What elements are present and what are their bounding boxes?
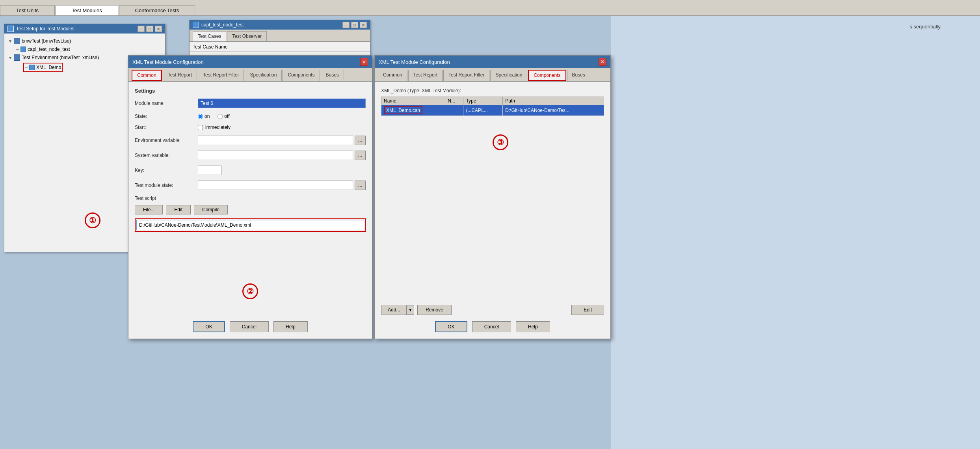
state-on-radio[interactable] [198, 114, 203, 119]
immediately-checkbox[interactable] [198, 125, 203, 130]
capl-close-btn[interactable]: ✕ [360, 22, 367, 28]
test-module-state-browse-btn[interactable]: … [355, 181, 366, 190]
key-input[interactable] [198, 166, 221, 175]
test-module-state-label: Test module state: [135, 183, 198, 188]
env-var-input[interactable] [198, 136, 353, 145]
tab-test-observer[interactable]: Test Observer [227, 31, 267, 41]
xml-right-tab-strip: Common Test Report Test Report Filter Sp… [375, 68, 610, 82]
tab-test-units[interactable]: Test Units [0, 5, 55, 15]
xml-right-close-btn[interactable]: ✕ [599, 58, 606, 66]
state-off-label[interactable]: off [218, 114, 229, 119]
capl-minimize-btn[interactable]: ─ [342, 22, 350, 28]
table-row[interactable]: XML_Demo.can (...CAPL... D:\GitHub\CANoe… [381, 105, 604, 116]
file-button[interactable]: File... [135, 205, 163, 214]
tab-test-modules[interactable]: Test Modules [56, 5, 118, 15]
right-dialog-add-section: Add... ▼ Remove [381, 305, 604, 315]
ok-button-right[interactable]: OK [435, 321, 467, 332]
tab-conformance-tests[interactable]: Conformance Tests [119, 5, 195, 15]
module-name-input[interactable] [198, 99, 366, 108]
xml-left-tab-strip: Common Test Report Test Report Filter Sp… [128, 68, 372, 82]
state-radio-group: on off [198, 114, 229, 119]
help-button-right[interactable]: Help [516, 321, 550, 332]
settings-section-title: Settings [135, 88, 366, 94]
cell-path: D:\GitHub\CANoe-Demo\Tes... [503, 105, 604, 116]
capl-title-bar: capl_test_node_test ─ □ ✕ [190, 20, 370, 30]
xml-left-close-btn[interactable]: ✕ [360, 58, 368, 66]
state-row: State: on off [135, 114, 366, 119]
add-arrow-btn[interactable]: ▼ [407, 306, 414, 315]
xml-demo-box: ─ XML_Demo [23, 63, 63, 72]
edit-button[interactable]: Edit [166, 205, 191, 214]
tab-test-report-filter-right[interactable]: Test Report Filter [443, 70, 489, 81]
env-var-browse-btn[interactable]: … [355, 136, 366, 145]
xml-right-content: XML_Demo (Type: XML Test Module): Name N… [375, 82, 610, 122]
tree-item-xmldemo[interactable]: ─ XML_Demo [24, 63, 62, 71]
capl-maximize-btn[interactable]: □ [351, 22, 358, 28]
xml-left-content: Settings Module name: State: on off [128, 82, 372, 238]
tab-test-cases[interactable]: Test Cases [193, 31, 226, 41]
state-on-label[interactable]: on [198, 114, 210, 119]
test-module-state-input[interactable] [198, 181, 353, 190]
col-name-header: Name [381, 97, 445, 105]
col-n-header: N... [445, 97, 463, 105]
ok-button-left[interactable]: OK [193, 321, 225, 332]
cancel-button-right[interactable]: Cancel [472, 321, 511, 332]
compile-button[interactable]: Compile [194, 205, 228, 214]
add-button[interactable]: Add... [381, 305, 407, 315]
expand-icon-xmldemo: ─ [25, 65, 28, 70]
tree-item-testenv-label: Test Environment (bmwTest_xml.tse) [22, 55, 99, 60]
capl-icon [20, 47, 26, 52]
annotation-1: ① [85, 212, 100, 228]
tab-test-report-left[interactable]: Test Report [163, 70, 197, 81]
tab-buses-left[interactable]: Buses [321, 70, 344, 81]
xml-right-title-bar: XML Test Module Configuration ✕ [375, 56, 610, 68]
tree-item-bmwtest[interactable]: ▼ bmwTest (bmwTest.tse) [7, 37, 162, 45]
tab-components-right[interactable]: Components [528, 70, 566, 81]
top-tab-bar: Test Units Test Modules Conformance Test… [0, 0, 980, 16]
tab-test-report-right[interactable]: Test Report [408, 70, 443, 81]
xml-left-title: XML Test Module Configuration [132, 59, 204, 65]
tab-common-right[interactable]: Common [378, 70, 407, 81]
bg-panel: s sequentially [611, 16, 980, 449]
col-type-header: Type [463, 97, 503, 105]
annotation-3: ③ [493, 134, 508, 150]
tab-specification-left[interactable]: Specification [245, 70, 282, 81]
sys-var-input[interactable] [198, 151, 353, 160]
tree-item-capl-label: capl_test_node_test [28, 47, 70, 52]
xml-config-dialog-left: XML Test Module Configuration ✕ Common T… [128, 55, 372, 339]
close-button[interactable]: ✕ [155, 26, 162, 32]
cancel-button-left[interactable]: Cancel [230, 321, 269, 332]
immediately-checkbox-label[interactable]: immediately [198, 125, 231, 130]
help-button-left[interactable]: Help [273, 321, 308, 332]
tab-test-report-filter-left[interactable]: Test Report Filter [198, 70, 244, 81]
edit-right-button[interactable]: Edit [571, 305, 604, 315]
xml-left-title-bar: XML Test Module Configuration ✕ [128, 56, 372, 68]
state-off-radio[interactable] [218, 114, 223, 119]
selected-cell-name: XML_Demo.can [384, 106, 422, 114]
start-label: Start: [135, 125, 198, 130]
remove-button[interactable]: Remove [417, 305, 452, 315]
bmwtest-icon [14, 38, 20, 44]
tab-buses-right[interactable]: Buses [567, 70, 590, 81]
tab-specification-right[interactable]: Specification [490, 70, 527, 81]
capl-window-title: capl_test_node_test [201, 22, 244, 28]
env-var-label: Environment variable: [135, 138, 198, 143]
tree-item-bmwtest-label: bmwTest (bmwTest.tse) [22, 38, 71, 44]
sys-var-browse-btn[interactable]: … [355, 151, 366, 160]
add-btn-group: Add... ▼ [381, 305, 414, 315]
expand-icon: ▼ [8, 39, 12, 43]
seq-text: s sequentially [909, 24, 941, 30]
minimize-button[interactable]: ─ [138, 26, 145, 32]
tree-item-capl[interactable]: ─ capl_test_node_test [15, 45, 162, 53]
tab-components-left[interactable]: Components [283, 70, 320, 81]
test-setup-title-bar: Test Setup for Test Modules ─ □ ✕ [4, 24, 165, 34]
key-row: Key: [135, 166, 366, 175]
script-section-title: Test script [135, 196, 366, 201]
script-path-input[interactable] [136, 220, 364, 230]
capl-tab-strip: Test Cases Test Observer [190, 30, 370, 42]
tree-item-xmldemo-label: XML_Demo [36, 65, 61, 70]
start-row: Start: immediately [135, 125, 366, 130]
xmldemo-icon [29, 65, 35, 70]
tab-common-left[interactable]: Common [132, 70, 162, 81]
maximize-button[interactable]: □ [146, 26, 153, 32]
